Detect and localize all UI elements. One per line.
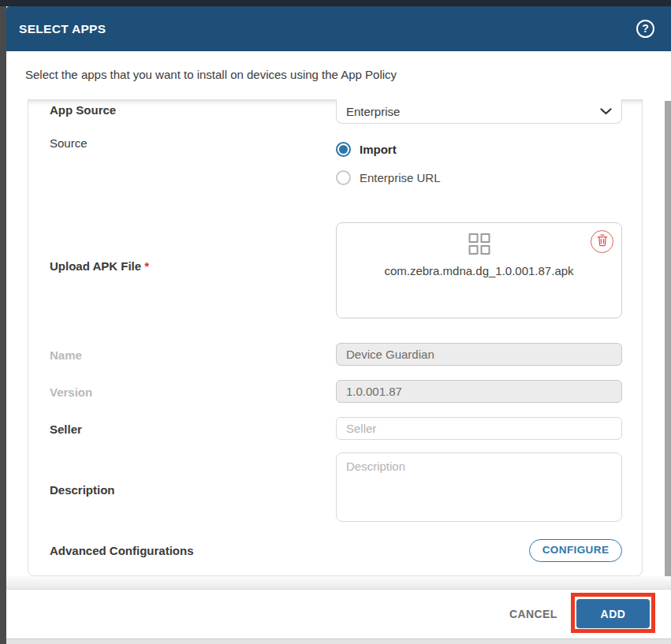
- seller-field[interactable]: [336, 417, 622, 440]
- app-source-value: Enterprise: [346, 105, 400, 118]
- dialog-title: SELECT APPS: [19, 6, 106, 51]
- trash-icon: [597, 234, 608, 250]
- dialog-header: SELECT APPS ?: [6, 6, 671, 51]
- uploaded-filename: com.zebra.mdna.dg_1.0.001.87.apk: [337, 264, 621, 277]
- name-label: Name: [50, 348, 82, 362]
- dialog-footer: CANCEL ADD: [6, 590, 671, 638]
- form-panel: App Source Enterprise Source Import Ente…: [28, 99, 643, 576]
- version-field: [336, 380, 622, 403]
- upload-apk-label: Upload APK File *: [50, 259, 149, 273]
- advanced-configurations-label: Advanced Configurations: [50, 544, 194, 557]
- description-label: Description: [50, 483, 115, 497]
- help-icon[interactable]: ?: [636, 20, 654, 38]
- seller-label: Seller: [50, 423, 82, 436]
- required-asterisk: *: [144, 259, 149, 273]
- select-apps-dialog: SELECT APPS ? Select the apps that you w…: [6, 6, 671, 638]
- vertical-scrollbar[interactable]: [665, 101, 671, 589]
- radio-enterprise-url-label[interactable]: Enterprise URL: [360, 171, 441, 184]
- delete-file-button[interactable]: [591, 230, 613, 253]
- page-left-strip: [0, 6, 6, 644]
- radio-import-label[interactable]: Import: [360, 143, 397, 156]
- version-label: Version: [50, 385, 92, 399]
- radio-enterprise-url[interactable]: [336, 170, 351, 185]
- description-field[interactable]: [336, 452, 622, 522]
- radio-import[interactable]: [336, 142, 351, 157]
- page-top-strip: [0, 0, 671, 6]
- dialog-subtitle: Select the apps that you want to install…: [25, 68, 397, 81]
- name-field: [336, 343, 622, 366]
- dialog-bottom-strip: [6, 638, 671, 644]
- chevron-down-icon: [600, 108, 612, 115]
- source-label: Source: [50, 136, 88, 150]
- app-source-label: App Source: [50, 103, 116, 117]
- cancel-button[interactable]: CANCEL: [509, 608, 557, 620]
- configure-button[interactable]: CONFIGURE: [529, 539, 622, 562]
- app-source-select[interactable]: Enterprise: [336, 99, 622, 124]
- apk-file-icon: [468, 233, 490, 255]
- panel-footer-gap: [6, 576, 671, 590]
- upload-dropzone[interactable]: com.zebra.mdna.dg_1.0.001.87.apk: [336, 222, 622, 318]
- add-button[interactable]: ADD: [576, 599, 650, 628]
